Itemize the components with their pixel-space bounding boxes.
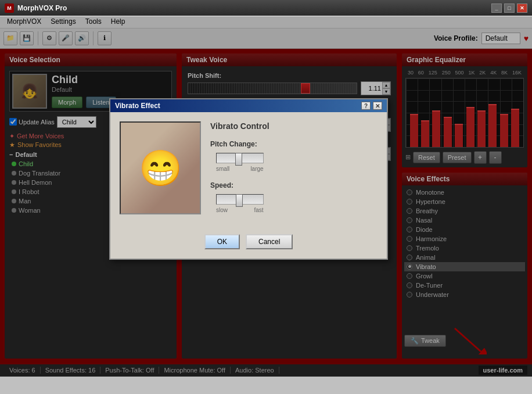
dialog-preview-image: 😁 <box>121 123 200 213</box>
close-button[interactable]: ✕ <box>517 3 527 13</box>
window-controls: _ □ ✕ <box>491 3 527 13</box>
dialog-title: Vibrato Effect <box>115 102 160 110</box>
pitch-change-slider-area: small large <box>210 153 269 172</box>
dialog-content: 😁 Vibrato Control Pitch Change: <box>120 121 378 223</box>
dialog-help-btn[interactable]: ? <box>361 102 371 110</box>
pitch-change-track[interactable] <box>216 153 264 163</box>
pitch-change-section: Pitch Change: small large <box>210 140 269 172</box>
dialog-right: Vibrato Control Pitch Change: small larg… <box>210 121 269 223</box>
dialog-buttons: OK Cancel <box>120 234 378 249</box>
speed-label: Speed: <box>210 181 269 189</box>
speed-section: Speed: slow fast <box>210 181 269 213</box>
app-title: MorphVOX Pro <box>17 4 491 12</box>
speed-track[interactable] <box>216 194 264 205</box>
dialog-close-btn[interactable]: ✕ <box>373 102 382 110</box>
pitch-change-labels: small large <box>216 166 264 172</box>
speed-labels: slow fast <box>216 207 264 213</box>
speed-slider-area: slow fast <box>210 194 269 213</box>
dialog-overlay: Vibrato Effect ? ✕ 😁 Vibrato Control <box>0 16 532 377</box>
dialog-control-title: Vibrato Control <box>210 121 269 131</box>
titlebar: M MorphVOX Pro _ □ ✕ <box>0 0 532 16</box>
pitch-change-thumb[interactable] <box>235 153 242 166</box>
speed-thumb[interactable] <box>236 194 243 207</box>
vibrato-dialog: Vibrato Effect ? ✕ 😁 Vibrato Control <box>109 98 388 260</box>
dialog-titlebar: Vibrato Effect ? ✕ <box>110 99 387 112</box>
minimize-button[interactable]: _ <box>491 3 502 13</box>
maximize-button[interactable]: □ <box>504 3 515 13</box>
dialog-body: 😁 Vibrato Control Pitch Change: <box>110 112 387 259</box>
dialog-cancel-button[interactable]: Cancel <box>246 234 293 249</box>
dialog-preview: 😁 <box>120 121 201 214</box>
app-icon: M <box>5 3 14 13</box>
dialog-ok-button[interactable]: OK <box>204 234 240 249</box>
pitch-change-label: Pitch Change: <box>210 140 269 148</box>
dialog-controls: ? ✕ <box>361 102 382 110</box>
